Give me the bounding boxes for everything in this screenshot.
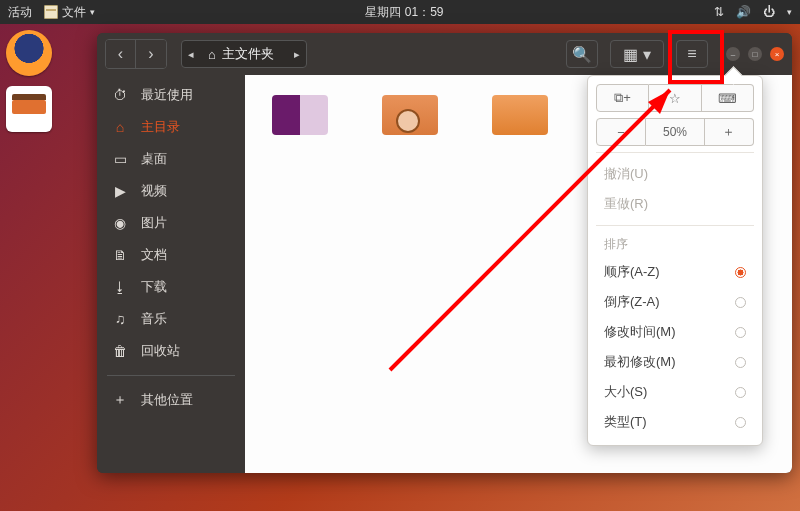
open-terminal-button[interactable]: ⌨ <box>702 84 754 112</box>
maximize-button[interactable]: □ <box>748 47 762 61</box>
zoom-out-button[interactable]: − <box>596 118 646 146</box>
appmenu[interactable]: 文件 ▾ <box>44 4 95 21</box>
radio-icon <box>735 297 746 308</box>
bookmark-button[interactable]: ☆ <box>649 84 701 112</box>
sidebar-item-label: 视频 <box>141 182 167 200</box>
sort-option-first-modified[interactable]: 最初修改(M) <box>596 347 754 377</box>
path-caret-right-icon: ▸ <box>288 48 306 61</box>
view-toggle-button[interactable]: ▦ ▾ <box>610 40 664 68</box>
folder-icon <box>492 95 548 135</box>
sidebar-item-label: 主目录 <box>141 118 180 136</box>
popover-separator <box>596 152 754 153</box>
home-icon: ⌂ <box>111 119 129 135</box>
folder-icon <box>382 95 438 135</box>
popover-separator <box>596 225 754 226</box>
sidebar-item-label: 桌面 <box>141 150 167 168</box>
sidebar-item-trash[interactable]: 🗑回收站 <box>97 335 245 367</box>
sidebar-item-label: 文档 <box>141 246 167 264</box>
sidebar-item-other[interactable]: ＋其他位置 <box>97 384 245 416</box>
clock[interactable]: 星期四 01：59 <box>95 4 714 21</box>
path-caret-icon: ◂ <box>182 48 200 61</box>
sidebar-item-label: 下载 <box>141 278 167 296</box>
radio-icon <box>735 417 746 428</box>
system-menu-caret-icon: ▾ <box>787 7 792 17</box>
sort-option-size[interactable]: 大小(S) <box>596 377 754 407</box>
sidebar-item-label: 其他位置 <box>141 391 193 409</box>
nav-group: ‹ › <box>105 39 167 69</box>
folder-item[interactable] <box>265 95 335 135</box>
sidebar-item-music[interactable]: ♫音乐 <box>97 303 245 335</box>
desktop-icon: ▭ <box>111 151 129 167</box>
sort-option-type[interactable]: 类型(T) <box>596 407 754 437</box>
volume-icon[interactable]: 🔊 <box>736 5 751 19</box>
window-controls: – □ × <box>726 47 784 61</box>
network-icon[interactable]: ⇅ <box>714 5 724 19</box>
radio-icon <box>735 327 746 338</box>
path-label: 主文件夹 <box>222 45 274 63</box>
video-icon: ▶ <box>111 183 129 199</box>
folder-item[interactable] <box>375 95 445 135</box>
music-icon: ♫ <box>111 311 129 327</box>
sidebar-separator <box>107 375 235 376</box>
sidebar-item-documents[interactable]: 🗎文档 <box>97 239 245 271</box>
activities-button[interactable]: 活动 <box>8 4 32 21</box>
radio-icon <box>735 357 746 368</box>
sort-header: 排序 <box>596 232 754 257</box>
clock-icon: ⏱ <box>111 87 129 103</box>
titlebar: ‹ › ◂ ⌂ 主文件夹 ▸ 🔍 ▦ ▾ ≡ – □ × <box>97 33 792 75</box>
sort-option-modified[interactable]: 修改时间(M) <box>596 317 754 347</box>
forward-button[interactable]: › <box>136 40 166 68</box>
camera-icon: ◉ <box>111 215 129 231</box>
home-icon: ⌂ <box>208 47 216 62</box>
sidebar-item-recent[interactable]: ⏱最近使用 <box>97 79 245 111</box>
launcher-files[interactable] <box>6 86 52 132</box>
launcher <box>0 24 58 511</box>
search-button[interactable]: 🔍 <box>566 40 598 68</box>
back-button[interactable]: ‹ <box>106 40 136 68</box>
close-button[interactable]: × <box>770 47 784 61</box>
folder-item[interactable] <box>485 95 555 135</box>
sidebar-item-pictures[interactable]: ◉图片 <box>97 207 245 239</box>
plus-icon: ＋ <box>111 391 129 409</box>
sidebar: ⏱最近使用 ⌂主目录 ▭桌面 ▶视频 ◉图片 🗎文档 ⭳下载 ♫音乐 🗑回收站 … <box>97 75 245 473</box>
sidebar-item-desktop[interactable]: ▭桌面 <box>97 143 245 175</box>
sidebar-item-downloads[interactable]: ⭳下载 <box>97 271 245 303</box>
top-panel: 活动 文件 ▾ 星期四 01：59 ⇅ 🔊 ⏻ ▾ <box>0 0 800 24</box>
launcher-firefox[interactable] <box>6 30 52 76</box>
document-icon: 🗎 <box>111 247 129 263</box>
folder-icon <box>272 95 328 135</box>
sort-option-az[interactable]: 顺序(A-Z) <box>596 257 754 287</box>
path-bar[interactable]: ◂ ⌂ 主文件夹 ▸ <box>181 40 307 68</box>
files-window: ‹ › ◂ ⌂ 主文件夹 ▸ 🔍 ▦ ▾ ≡ – □ × ⏱最近使用 ⌂主目录 … <box>97 33 792 473</box>
zoom-level[interactable]: 50% <box>646 118 705 146</box>
download-icon: ⭳ <box>111 279 129 295</box>
undo-item: 撤消(U) <box>596 159 754 189</box>
files-app-icon <box>44 5 58 19</box>
power-icon[interactable]: ⏻ <box>763 5 775 19</box>
radio-icon <box>735 387 746 398</box>
sidebar-item-label: 回收站 <box>141 342 180 360</box>
sort-option-za[interactable]: 倒序(Z-A) <box>596 287 754 317</box>
zoom-in-button[interactable]: ＋ <box>705 118 754 146</box>
sidebar-item-label: 音乐 <box>141 310 167 328</box>
sidebar-item-label: 图片 <box>141 214 167 232</box>
radio-icon <box>735 267 746 278</box>
hamburger-menu-button[interactable]: ≡ <box>676 40 708 68</box>
new-tab-button[interactable]: ⧉+ <box>596 84 649 112</box>
hamburger-popover: ⧉+ ☆ ⌨ − 50% ＋ 撤消(U) 重做(R) 排序 顺序(A-Z) 倒序… <box>587 75 763 446</box>
redo-item: 重做(R) <box>596 189 754 219</box>
trash-icon: 🗑 <box>111 343 129 359</box>
appmenu-label: 文件 <box>62 4 86 21</box>
sidebar-item-label: 最近使用 <box>141 86 193 104</box>
minimize-button[interactable]: – <box>726 47 740 61</box>
sidebar-item-home[interactable]: ⌂主目录 <box>97 111 245 143</box>
sidebar-item-videos[interactable]: ▶视频 <box>97 175 245 207</box>
